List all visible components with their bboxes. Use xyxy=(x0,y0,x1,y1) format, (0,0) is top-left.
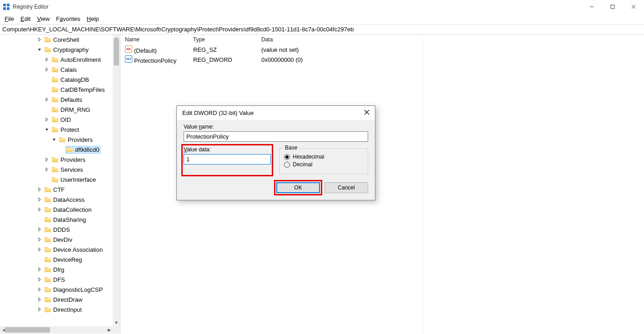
edit-dword-dialog: Edit DWORD (32-bit) Value Value name: Va… xyxy=(176,105,375,200)
close-button[interactable] xyxy=(623,0,644,14)
chevron-right-icon[interactable] xyxy=(36,196,43,203)
tree-node[interactable]: DirectInput xyxy=(0,304,113,314)
tree-horizontal-scrollbar[interactable]: ◀ ▶ xyxy=(0,326,113,334)
tree-node[interactable]: DataCollection xyxy=(0,204,113,214)
folder-icon xyxy=(52,126,59,133)
tree-node-label: Services xyxy=(60,166,83,173)
tree-node[interactable]: Defaults xyxy=(0,95,113,105)
tree-node[interactable]: CatalogDB xyxy=(0,75,113,85)
chevron-right-icon[interactable] xyxy=(44,116,50,123)
folder-icon xyxy=(52,156,59,163)
list-row[interactable]: ProtectionPolicyREG_DWORD0x00000000 (0) xyxy=(120,55,644,65)
tree-node[interactable]: DiagnosticLogCSP xyxy=(0,284,113,294)
chevron-down-icon[interactable] xyxy=(51,136,57,143)
tree-node-label: Protect xyxy=(60,126,79,133)
tree-node[interactable]: DataSharing xyxy=(0,214,113,224)
folder-icon xyxy=(45,186,52,193)
chevron-down-icon[interactable] xyxy=(44,126,50,133)
ok-button[interactable]: OK xyxy=(276,182,320,193)
list-row[interactable]: (Default)REG_SZ(value not set) xyxy=(120,45,644,55)
tree-node[interactable]: Device Association xyxy=(0,244,113,254)
tree-node-label: df9d8cd0 xyxy=(75,146,100,153)
address-bar[interactable]: Computer\HKEY_LOCAL_MACHINE\SOFTWARE\Mic… xyxy=(0,24,644,35)
tree-node[interactable]: Calais xyxy=(0,65,113,75)
menu-edit[interactable]: Edit xyxy=(18,15,33,23)
scrollbar-thumb[interactable] xyxy=(114,38,119,65)
folder-icon xyxy=(45,256,52,263)
folder-icon xyxy=(45,226,52,233)
chevron-right-icon[interactable] xyxy=(44,166,50,173)
tree-node[interactable]: Dfrg xyxy=(0,264,113,274)
chevron-right-icon[interactable] xyxy=(36,276,43,283)
tree-node[interactable]: df9d8cd0 xyxy=(0,145,113,155)
tree-node-label: CoreShell xyxy=(53,36,79,43)
chevron-right-icon[interactable] xyxy=(44,56,50,63)
tree-node[interactable]: Providers xyxy=(0,135,113,145)
menu-view[interactable]: View xyxy=(34,15,52,23)
maximize-button[interactable] xyxy=(602,0,623,14)
chevron-right-icon[interactable] xyxy=(36,36,43,43)
dialog-titlebar[interactable]: Edit DWORD (32-bit) Value xyxy=(177,106,375,120)
menu-file[interactable]: File xyxy=(2,15,17,23)
ok-button-highlight: OK xyxy=(276,182,320,193)
tree-node[interactable]: DirectDraw xyxy=(0,294,113,304)
chevron-right-icon[interactable] xyxy=(36,236,43,243)
folder-icon xyxy=(45,296,52,303)
tree-node[interactable]: OID xyxy=(0,115,113,125)
chevron-right-icon[interactable] xyxy=(44,156,50,163)
tree-node[interactable]: Providers xyxy=(0,155,113,165)
folder-icon xyxy=(45,306,52,313)
folder-icon xyxy=(52,76,59,83)
tree-node[interactable]: CoreShell xyxy=(0,35,113,45)
tree-node[interactable]: Protect xyxy=(0,125,113,135)
chevron-right-icon[interactable] xyxy=(36,296,43,303)
list-pane-divider[interactable] xyxy=(424,35,424,334)
value-data-input[interactable] xyxy=(184,154,271,165)
value-name-input[interactable] xyxy=(184,131,368,142)
chevron-right-icon[interactable] xyxy=(44,66,50,73)
column-header-type[interactable]: Type xyxy=(193,36,261,43)
chevron-right-icon[interactable] xyxy=(36,266,43,273)
tree-node-label: Dfrg xyxy=(53,266,65,273)
minimize-button[interactable] xyxy=(581,0,602,14)
tree-node[interactable]: AutoEnrollment xyxy=(0,55,113,65)
chevron-right-icon[interactable] xyxy=(44,96,50,103)
radio-decimal[interactable]: Decimal xyxy=(284,161,363,168)
tree-node[interactable]: UserInterface xyxy=(0,174,113,184)
tree-node[interactable]: DFS xyxy=(0,274,113,284)
chevron-right-icon[interactable] xyxy=(36,206,43,213)
chevron-right-icon[interactable] xyxy=(36,246,43,253)
scroll-down-icon[interactable]: ▼ xyxy=(113,319,120,326)
expander-placeholder xyxy=(44,86,50,93)
tree-node[interactable]: DRM_RNG xyxy=(0,105,113,115)
tree-vertical-scrollbar[interactable]: ▲ ▼ xyxy=(113,35,120,326)
chevron-right-icon[interactable] xyxy=(36,226,43,233)
tree-node[interactable]: CatDBTempFiles xyxy=(0,85,113,95)
scroll-right-icon[interactable]: ▶ xyxy=(105,326,113,334)
tree-node-label: CatDBTempFiles xyxy=(60,86,105,93)
folder-icon xyxy=(59,136,66,143)
tree-node-label: Defaults xyxy=(60,96,82,103)
tree-node[interactable]: DDDS xyxy=(0,224,113,234)
chevron-right-icon[interactable] xyxy=(36,306,43,313)
tree-node[interactable]: CTF xyxy=(0,184,113,194)
menu-help[interactable]: Help xyxy=(84,15,102,23)
radio-hexadecimal[interactable]: Hexadecimal xyxy=(284,154,363,160)
svg-rect-1 xyxy=(7,4,10,6)
tree-node[interactable]: Services xyxy=(0,165,113,174)
column-header-data[interactable]: Data xyxy=(261,36,644,43)
tree-node[interactable]: Cryptography xyxy=(0,45,113,55)
tree-node[interactable]: DevDiv xyxy=(0,234,113,244)
cancel-button[interactable]: Cancel xyxy=(324,182,368,193)
chevron-down-icon[interactable] xyxy=(36,46,43,53)
column-header-name[interactable]: Name xyxy=(125,36,193,43)
scrollbar-thumb[interactable] xyxy=(5,327,50,333)
dialog-close-button[interactable] xyxy=(364,110,369,116)
tree-node[interactable]: DeviceReg xyxy=(0,254,113,264)
chevron-right-icon[interactable] xyxy=(36,186,43,193)
chevron-right-icon[interactable] xyxy=(36,286,43,293)
menu-favorites[interactable]: Favorites xyxy=(53,15,83,23)
tree-node[interactable]: DataAccess xyxy=(0,194,113,204)
svg-rect-5 xyxy=(611,5,614,9)
folder-icon xyxy=(52,106,59,113)
